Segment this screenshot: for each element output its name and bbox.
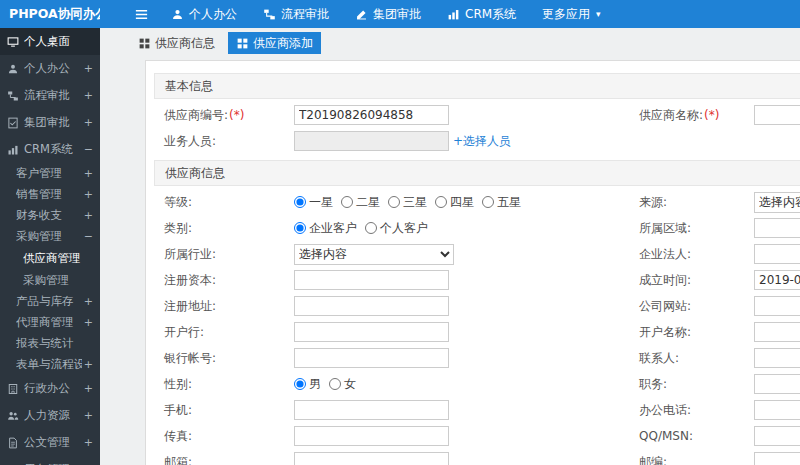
sidebar-item-11[interactable]: 产品与库存+ [0, 291, 100, 312]
sidebar-item-12[interactable]: 代理商管理+ [0, 312, 100, 333]
level-radio[interactable] [341, 196, 353, 208]
sidebar-item-label: 个人办公 [24, 61, 82, 76]
email-input[interactable] [294, 452, 449, 465]
nav-item-4[interactable]: 更多应用▾ [529, 0, 614, 28]
radio-label: 个人客户 [380, 220, 428, 237]
account-name-input[interactable] [754, 322, 800, 342]
business-person-input[interactable] [294, 131, 449, 151]
field-control [754, 270, 800, 290]
expand-toggle-icon[interactable]: + [84, 358, 93, 371]
expand-toggle-icon[interactable]: + [84, 116, 93, 129]
sidebar-item-6[interactable]: 销售管理+ [0, 184, 100, 205]
form-row: 手机:办公电话: [154, 397, 800, 423]
level-radio[interactable] [435, 196, 447, 208]
sidebar-item-label: 表单与流程设置 [16, 357, 82, 372]
expand-toggle-icon[interactable]: + [84, 89, 93, 102]
level-option-4[interactable]: 五星 [482, 194, 521, 211]
expand-toggle-icon[interactable]: − [84, 230, 93, 243]
expand-toggle-icon[interactable]: + [84, 188, 93, 201]
expand-toggle-icon[interactable]: − [84, 143, 93, 156]
level-radio[interactable] [294, 196, 306, 208]
gender-radio[interactable] [294, 378, 306, 390]
mobile-input[interactable] [294, 400, 449, 420]
level-option-2[interactable]: 三星 [388, 194, 427, 211]
sidebar-item-13[interactable]: 报表与统计 [0, 333, 100, 354]
bank-account-input[interactable] [294, 348, 449, 368]
tab-0[interactable]: 供应商信息 [130, 32, 223, 54]
nav-item-3[interactable]: CRM系统 [434, 0, 529, 28]
expand-toggle-icon[interactable]: + [84, 382, 93, 395]
contact-input[interactable] [754, 348, 800, 368]
sidebar-menu: 个人桌面个人办公+流程审批+集团审批+CRM系统−客户管理+销售管理+财务收支+… [0, 28, 100, 465]
expand-toggle-icon[interactable]: + [84, 436, 93, 449]
gender-radio[interactable] [329, 378, 341, 390]
sidebar-item-15[interactable]: 行政办公+ [0, 375, 100, 402]
field-label: 邮箱: [154, 454, 294, 465]
form-row: 类别:企业客户个人客户所属区域: [154, 215, 800, 241]
office-phone-input[interactable] [754, 400, 800, 420]
sidebar-item-4[interactable]: CRM系统− [0, 136, 100, 163]
category-radio[interactable] [365, 222, 377, 234]
sidebar-item-10[interactable]: 采购管理 [0, 269, 100, 291]
expand-toggle-icon[interactable]: + [84, 167, 93, 180]
nav-item-1[interactable]: 流程审批 [250, 0, 342, 28]
select-person-link[interactable]: +选择人员 [453, 133, 511, 150]
postcode-input[interactable] [754, 452, 800, 465]
field-label: 来源: [639, 194, 754, 211]
bank-input[interactable] [294, 322, 449, 342]
region-input[interactable] [754, 218, 800, 238]
expand-toggle-icon[interactable]: + [84, 62, 93, 75]
sidebar-item-17[interactable]: 公文管理+ [0, 429, 100, 456]
form-row: 银行帐号:联系人: [154, 345, 800, 371]
registered-address-input[interactable] [294, 296, 449, 316]
fax-input[interactable] [294, 426, 449, 446]
tab-label: 供应商添加 [253, 35, 313, 52]
legal-person-input[interactable] [754, 244, 800, 264]
content-area: 基本信息供应商编号:(*)供应商名称:(*)业务人员:+选择人员供应商信息等级:… [100, 58, 800, 465]
field-control [294, 348, 639, 368]
level-option-1[interactable]: 二星 [341, 194, 380, 211]
expand-toggle-icon[interactable]: + [84, 209, 93, 222]
gender-option-1[interactable]: 女 [329, 376, 356, 393]
gender-option-0[interactable]: 男 [294, 376, 321, 393]
sidebar-item-2[interactable]: 流程审批+ [0, 82, 100, 109]
sidebar-item-8[interactable]: 采购管理− [0, 226, 100, 247]
website-input[interactable] [754, 296, 800, 316]
level-option-3[interactable]: 四星 [435, 194, 474, 211]
industry-select[interactable]: 选择内容 [294, 244, 454, 265]
source-select[interactable]: 选择内容 [754, 192, 800, 213]
sidebar-item-5[interactable]: 客户管理+ [0, 163, 100, 184]
nav-item-2[interactable]: 集团审批 [342, 0, 434, 28]
topbar-nav: 个人办公流程审批集团审批CRM系统更多应用▾ [158, 0, 614, 28]
category-option-1[interactable]: 个人客户 [365, 220, 428, 237]
expand-toggle-icon[interactable]: + [84, 316, 93, 329]
sidebar-item-3[interactable]: 集团审批+ [0, 109, 100, 136]
registered-capital-input[interactable] [294, 270, 449, 290]
chart-icon [7, 144, 19, 156]
form-row: 供应商编号:(*)供应商名称:(*) [154, 102, 800, 128]
position-input[interactable] [754, 374, 800, 394]
supplier-name-input[interactable] [754, 105, 800, 125]
qq-msn-input[interactable] [754, 426, 800, 446]
tab-1[interactable]: 供应商添加 [228, 32, 321, 54]
sidebar-item-label: 报表与统计 [16, 336, 93, 351]
sidebar-item-7[interactable]: 财务收支+ [0, 205, 100, 226]
level-radio[interactable] [482, 196, 494, 208]
sidebar-item-0[interactable]: 个人桌面 [0, 28, 100, 55]
sidebar-item-1[interactable]: 个人办公+ [0, 55, 100, 82]
supplier-code-input[interactable] [294, 105, 449, 125]
category-radio[interactable] [294, 222, 306, 234]
sidebar-item-14[interactable]: 表单与流程设置+ [0, 354, 100, 375]
founding-date-input[interactable] [754, 270, 800, 290]
expand-toggle-icon[interactable]: + [84, 295, 93, 308]
level-radio[interactable] [388, 196, 400, 208]
sidebar-item-9[interactable]: 供应商管理 [0, 247, 100, 269]
menu-toggle[interactable] [124, 0, 158, 28]
expand-toggle-icon[interactable]: + [84, 409, 93, 422]
nav-item-0[interactable]: 个人办公 [158, 0, 250, 28]
sidebar-item-16[interactable]: 人力资源+ [0, 402, 100, 429]
sidebar-item-18[interactable]: 用车管理+ [0, 456, 100, 465]
category-option-0[interactable]: 企业客户 [294, 220, 357, 237]
level-option-0[interactable]: 一星 [294, 194, 333, 211]
main-area: 供应商信息供应商添加 基本信息供应商编号:(*)供应商名称:(*)业务人员:+选… [100, 28, 800, 465]
